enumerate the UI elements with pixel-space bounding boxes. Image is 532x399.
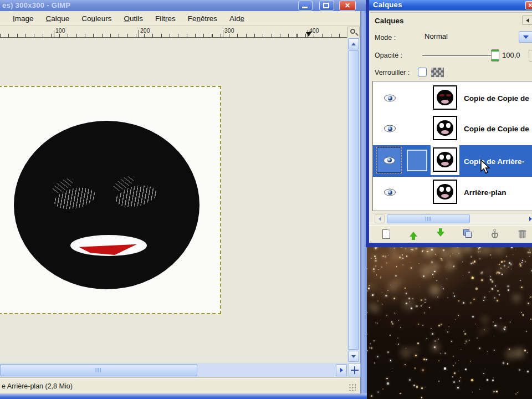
window-bottom-border: [0, 393, 367, 399]
canvas-viewport[interactable]: [0, 38, 347, 363]
visibility-toggle[interactable]: [384, 95, 396, 102]
chevron-left-icon: [378, 217, 381, 221]
menu-fentres[interactable]: Fenêtres: [182, 13, 223, 24]
duplicate-layer-button[interactable]: [462, 228, 474, 240]
delete-layer-icon: [518, 229, 526, 239]
minimize-button[interactable]: [298, 1, 313, 11]
magnifier-icon: [350, 29, 355, 34]
maximize-icon: [323, 3, 329, 8]
menu-image[interactable]: Image: [7, 13, 40, 24]
raise-layer-button[interactable]: [407, 228, 420, 240]
visibility-toggle[interactable]: [377, 147, 401, 173]
list-scroll-thumb[interactable]: [387, 214, 470, 223]
layers-toolbar: [369, 225, 532, 242]
thumbnail-face: [437, 90, 453, 105]
navigation-pan-button[interactable]: [349, 363, 361, 377]
anchor-layer-button[interactable]: [489, 228, 501, 240]
ruler-tick-300: [223, 30, 223, 37]
thumbnail-face: [437, 152, 453, 167]
dialog-close-button[interactable]: ✕: [525, 1, 532, 9]
gimp-main-window: es) 300x300 - GIMP ✕ ImageCalqueCouleurs…: [0, 0, 367, 399]
duplicate-layer-icon: [463, 229, 472, 238]
thumbnail-face: [437, 120, 453, 136]
status-text: e Arrière-plan (2,8 Mio): [2, 382, 73, 390]
tab-menu-button[interactable]: [522, 16, 532, 25]
raise-layer-icon: [410, 232, 417, 237]
mouth-shape: [70, 235, 147, 256]
lock-label: Verrouiller :: [375, 69, 410, 76]
horizontal-ruler: 100200300400: [0, 27, 347, 38]
ruler-tick-400: [308, 30, 308, 37]
dialog-title: Calques: [373, 1, 402, 9]
layers-dialog: Calques ✕ Calques Mode : Normal Opacité …: [366, 0, 532, 247]
layer-row-2[interactable]: Copie de Arrière-: [373, 145, 532, 177]
delete-layer-button[interactable]: [516, 228, 528, 240]
lock-pixels-checkbox[interactable]: [418, 68, 427, 76]
opacity-spinner[interactable]: [529, 50, 532, 62]
anchor-layer-icon: [490, 229, 499, 239]
menu-bar: ImageCalqueCouleursOutilsFiltresFenêtres…: [0, 11, 360, 26]
link-toggle[interactable]: [407, 150, 427, 171]
layers-list: Copie de Copie deCopie de Copie deCopie …: [372, 81, 532, 211]
horizontal-scroll-thumb[interactable]: [0, 364, 197, 376]
layers-list-scrollbar[interactable]: [372, 213, 532, 224]
zoom-follow-window-button[interactable]: [347, 27, 360, 38]
scroll-right-button[interactable]: [336, 364, 347, 376]
visibility-toggle[interactable]: [384, 189, 396, 196]
eye-icon: [383, 157, 395, 164]
chevron-down-icon: [351, 355, 356, 358]
layer-name[interactable]: Copie de Copie de: [464, 94, 529, 103]
menu-outils[interactable]: Outils: [117, 13, 149, 24]
layer-thumbnail[interactable]: [433, 85, 457, 110]
ruler-label-200: 200: [140, 27, 150, 34]
thumbnail-face: [437, 184, 453, 200]
layer-thumbnail[interactable]: [433, 147, 457, 172]
layer-thumbnail[interactable]: [433, 180, 457, 204]
opacity-slider[interactable]: [422, 55, 495, 57]
mode-select[interactable]: Normal: [424, 32, 448, 40]
ruler-tick-100: [54, 30, 54, 37]
main-titlebar[interactable]: es) 300x300 - GIMP ✕: [0, 0, 367, 11]
visibility-toggle[interactable]: [384, 125, 396, 132]
mouse-cursor: [480, 160, 492, 176]
layer-name[interactable]: Arrière-plan: [464, 188, 507, 197]
layer-thumbnail[interactable]: [433, 116, 457, 140]
menu-couleurs[interactable]: Couleurs: [75, 13, 117, 24]
menu-calque[interactable]: Calque: [40, 13, 76, 24]
ruler-label-100: 100: [55, 27, 65, 34]
list-scroll-right-button[interactable]: [524, 214, 532, 223]
resize-grip[interactable]: [349, 383, 356, 391]
ruler-label-300: 300: [224, 27, 234, 34]
opacity-label: Opacité :: [375, 52, 402, 59]
close-button[interactable]: ✕: [339, 1, 356, 11]
lock-alpha-icon[interactable]: [431, 68, 444, 77]
opacity-value[interactable]: 100,0: [502, 51, 526, 59]
scroll-up-button[interactable]: [348, 38, 359, 49]
menu-filtres[interactable]: Filtres: [149, 13, 182, 24]
lower-layer-button[interactable]: [434, 228, 447, 240]
chevron-up-icon: [351, 43, 356, 45]
smiley-face-drawing: [14, 121, 200, 289]
vertical-scroll-thumb[interactable]: [348, 50, 359, 350]
layer-name[interactable]: Copie de Copie de: [464, 125, 529, 133]
mode-dropdown-button[interactable]: [519, 31, 532, 43]
layer-name[interactable]: Copie de Arrière-: [464, 157, 524, 165]
opacity-slider-handle[interactable]: [491, 49, 499, 62]
dialog-titlebar[interactable]: Calques ✕: [369, 0, 532, 11]
menu-aide[interactable]: Aide: [223, 13, 250, 24]
chevron-right-icon: [340, 368, 343, 372]
maximize-button[interactable]: [319, 1, 334, 11]
scroll-down-button[interactable]: [348, 351, 359, 362]
layer-row-1[interactable]: Copie de Copie de: [373, 114, 532, 144]
canvas-image[interactable]: [0, 86, 221, 314]
ruler-ticks: [0, 34, 347, 37]
move-cross-icon: [351, 366, 359, 374]
horizontal-scrollbar[interactable]: [0, 363, 348, 377]
vertical-scrollbar[interactable]: [347, 38, 360, 362]
ruler-label-400: 400: [309, 27, 319, 34]
new-layer-button[interactable]: [380, 228, 392, 240]
list-scroll-left-button[interactable]: [375, 214, 385, 223]
layer-row-3[interactable]: Arrière-plan: [373, 177, 532, 207]
layer-row-0[interactable]: Copie de Copie de: [373, 83, 532, 113]
chevron-right-icon: [529, 217, 532, 221]
